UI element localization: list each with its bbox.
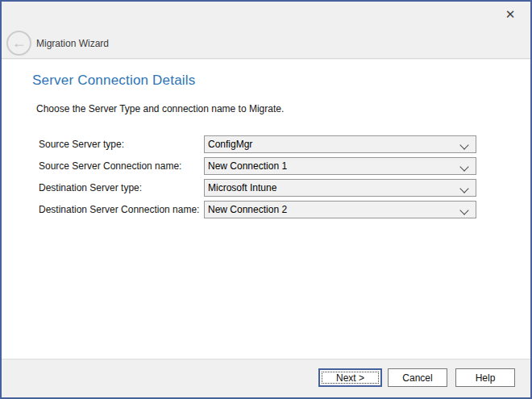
source-connection-name-label: Source Server Connection name: <box>39 160 181 172</box>
footer-button-bar: Next > Cancel Help <box>2 359 530 397</box>
help-button[interactable]: Help <box>455 368 515 387</box>
form-row-source-connection-name: Source Server Connection name: New Conne… <box>2 157 530 175</box>
source-server-type-label: Source Server type: <box>39 139 124 150</box>
page-title: Server Connection Details <box>32 73 195 89</box>
source-connection-name-value: New Connection 1 <box>208 160 287 172</box>
content-area: Server Connection Details Choose the Ser… <box>2 60 530 359</box>
source-connection-name-select[interactable]: New Connection 1 <box>204 157 476 175</box>
destination-server-type-select[interactable]: Microsoft Intune <box>204 179 476 197</box>
destination-connection-name-label: Destination Server Connection name: <box>39 204 199 215</box>
page-subtitle: Choose the Server Type and connection na… <box>36 103 284 114</box>
form-row-destination-connection-name: Destination Server Connection name: New … <box>2 201 530 218</box>
chevron-down-icon <box>459 162 468 171</box>
destination-connection-name-value: New Connection 2 <box>208 204 287 215</box>
source-server-type-select[interactable]: ConfigMgr <box>204 135 476 153</box>
chevron-down-icon <box>459 206 468 214</box>
chevron-down-icon <box>459 140 468 149</box>
source-server-type-value: ConfigMgr <box>208 139 252 150</box>
chevron-down-icon <box>459 184 468 193</box>
migration-wizard-window: ✕ ← Migration Wizard Server Connection D… <box>0 0 532 399</box>
wizard-title: Migration Wizard <box>36 38 109 49</box>
close-button[interactable]: ✕ <box>500 5 521 24</box>
destination-server-type-label: Destination Server type: <box>39 182 142 193</box>
next-button[interactable]: Next > <box>318 368 382 387</box>
back-button[interactable]: ← <box>6 31 31 56</box>
destination-server-type-value: Microsoft Intune <box>208 182 276 193</box>
back-arrow-icon: ← <box>12 35 27 50</box>
cancel-button[interactable]: Cancel <box>388 368 447 387</box>
destination-connection-name-select[interactable]: New Connection 2 <box>204 201 476 218</box>
form-row-destination-server-type: Destination Server type: Microsoft Intun… <box>2 179 530 197</box>
close-icon: ✕ <box>505 7 516 21</box>
form-row-source-server-type: Source Server type: ConfigMgr <box>2 135 530 153</box>
wizard-header: ✕ ← Migration Wizard <box>2 2 530 59</box>
